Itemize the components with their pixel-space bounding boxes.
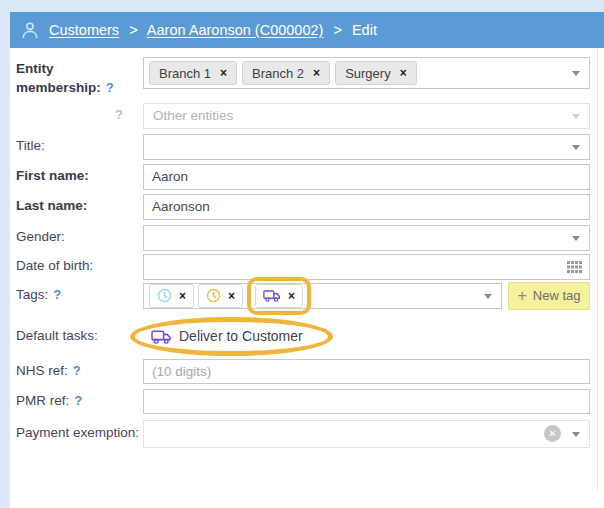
chevron-down-icon[interactable] bbox=[484, 294, 492, 299]
form-row-pmr-ref: PMR ref:? bbox=[16, 389, 590, 414]
breadcrumb-bar: Customers > Aaron Aaronson (C000002) > E… bbox=[10, 12, 604, 48]
form-row-date-of-birth: Date of birth: bbox=[16, 254, 590, 280]
payment-exemption-select[interactable]: ✕ bbox=[143, 420, 590, 448]
page-top-edge bbox=[0, 0, 604, 12]
tags-label-text: Tags: bbox=[16, 287, 48, 302]
entity-chip-surgery: Surgery × bbox=[335, 61, 417, 85]
entity-membership-label: Entity membership:? bbox=[16, 57, 143, 98]
remove-chip-icon[interactable]: × bbox=[220, 67, 227, 79]
person-icon bbox=[20, 20, 40, 40]
nhs-ref-label-text: NHS ref: bbox=[16, 363, 68, 378]
help-icon[interactable]: ? bbox=[53, 287, 61, 302]
first-name-label: First name: bbox=[16, 167, 143, 186]
entity-membership-select[interactable]: Branch 1 × Branch 2 × Surgery × bbox=[143, 57, 590, 89]
pmr-ref-label-text: PMR ref: bbox=[16, 393, 69, 408]
form-row-gender: Gender: bbox=[16, 225, 590, 251]
entity-chip-label: Branch 2 bbox=[252, 66, 304, 81]
form-row-default-tasks: Default tasks: Deliver to Customer bbox=[16, 318, 590, 355]
help-icon[interactable]: ? bbox=[74, 393, 82, 408]
last-name-field[interactable] bbox=[143, 194, 590, 220]
delivery-truck-icon bbox=[263, 288, 281, 303]
help-icon[interactable]: ? bbox=[106, 80, 114, 95]
other-entities-select[interactable]: Other entities bbox=[143, 103, 590, 129]
first-name-field[interactable] bbox=[143, 164, 590, 190]
tag-chip-clock-blue: × bbox=[149, 284, 194, 308]
breadcrumb-link-customer-record[interactable]: Aaron Aaronson (C000002) bbox=[147, 22, 324, 38]
entity-chip-branch2: Branch 2 × bbox=[242, 61, 330, 85]
breadcrumb-link-customers[interactable]: Customers bbox=[49, 22, 119, 38]
nhs-ref-field[interactable] bbox=[143, 359, 590, 384]
delivery-truck-icon bbox=[151, 328, 172, 345]
form-row-other-entities: ? Other entities bbox=[16, 103, 590, 129]
chevron-down-icon[interactable] bbox=[572, 236, 580, 241]
gender-select[interactable] bbox=[143, 225, 590, 251]
entity-chip-label: Surgery bbox=[345, 66, 391, 81]
remove-tag-icon[interactable]: × bbox=[288, 290, 295, 302]
help-icon[interactable]: ? bbox=[73, 363, 81, 378]
customer-edit-form: Entity membership:? Branch 1 × Branch 2 … bbox=[10, 48, 598, 490]
chevron-down-icon[interactable] bbox=[572, 432, 580, 437]
breadcrumb-separator: > bbox=[333, 22, 341, 38]
form-row-tags: Tags:? × × bbox=[16, 282, 590, 310]
form-row-entity-membership: Entity membership:? Branch 1 × Branch 2 … bbox=[16, 57, 590, 98]
remove-tag-icon[interactable]: × bbox=[179, 290, 186, 302]
pmr-ref-label: PMR ref:? bbox=[16, 392, 143, 411]
form-row-first-name: First name: bbox=[16, 164, 590, 190]
breadcrumb-current-edit: Edit bbox=[352, 22, 377, 38]
entity-chip-branch1: Branch 1 × bbox=[149, 61, 237, 85]
tags-label: Tags:? bbox=[16, 286, 143, 305]
form-row-title: Title: bbox=[16, 134, 590, 160]
gender-label: Gender: bbox=[16, 228, 143, 247]
clear-selection-icon[interactable]: ✕ bbox=[544, 425, 561, 442]
other-entities-label: ? bbox=[16, 106, 143, 125]
remove-tag-icon[interactable]: × bbox=[228, 290, 235, 302]
remove-chip-icon[interactable]: × bbox=[400, 67, 407, 79]
title-label: Title: bbox=[16, 137, 143, 156]
chevron-down-icon bbox=[572, 114, 580, 119]
new-tag-button-label: New tag bbox=[533, 288, 581, 303]
annotation-ring-highlight: × bbox=[247, 277, 311, 315]
tags-select[interactable]: × × bbox=[143, 283, 502, 309]
entity-chip-label: Branch 1 bbox=[159, 66, 211, 81]
last-name-label: Last name: bbox=[16, 197, 143, 216]
remove-chip-icon[interactable]: × bbox=[313, 67, 320, 79]
form-row-payment-exemption: Payment exemption: ✕ bbox=[16, 420, 590, 448]
new-tag-button[interactable]: + New tag bbox=[508, 282, 590, 310]
other-entities-placeholder: Other entities bbox=[149, 108, 233, 123]
default-task-text: Deliver to Customer bbox=[179, 328, 303, 344]
calendar-icon[interactable] bbox=[567, 261, 582, 273]
entity-membership-label-text: Entity membership: bbox=[16, 61, 101, 95]
date-of-birth-field[interactable] bbox=[143, 254, 590, 280]
nhs-ref-label: NHS ref:? bbox=[16, 362, 143, 381]
default-tasks-label: Default tasks: bbox=[16, 327, 143, 346]
title-select[interactable] bbox=[143, 134, 590, 160]
tag-chip-delivery-truck: × bbox=[255, 284, 303, 308]
date-of-birth-label: Date of birth: bbox=[16, 257, 143, 276]
clock-icon bbox=[157, 288, 172, 303]
default-task-item[interactable]: Deliver to Customer bbox=[139, 318, 323, 355]
pmr-ref-field[interactable] bbox=[143, 389, 590, 414]
plus-icon: + bbox=[517, 288, 526, 304]
breadcrumb: Customers > Aaron Aaronson (C000002) > E… bbox=[49, 22, 377, 38]
breadcrumb-separator: > bbox=[129, 22, 137, 38]
help-icon[interactable]: ? bbox=[115, 107, 123, 122]
form-row-last-name: Last name: bbox=[16, 194, 590, 220]
chevron-down-icon[interactable] bbox=[572, 71, 580, 76]
tag-chip-clock-yellow: × bbox=[198, 284, 243, 308]
form-row-nhs-ref: NHS ref:? bbox=[16, 359, 590, 384]
chevron-down-icon[interactable] bbox=[572, 145, 580, 150]
payment-exemption-label: Payment exemption: bbox=[16, 424, 143, 443]
page-left-edge bbox=[0, 12, 10, 508]
clock-icon bbox=[206, 288, 221, 303]
